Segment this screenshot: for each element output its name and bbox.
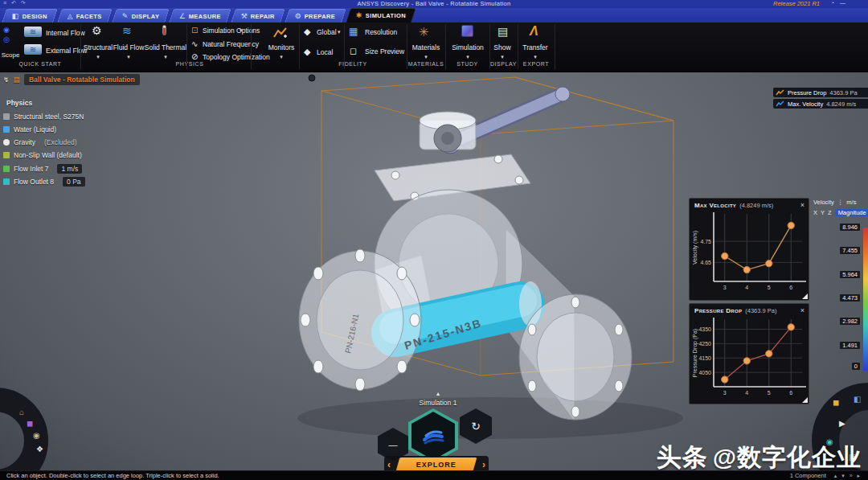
- resolution-button[interactable]: Resolution: [365, 28, 397, 36]
- tree-root[interactable]: Ball Valve - Rotatable Simulation: [24, 74, 140, 85]
- color-scale-bar: [863, 228, 868, 371]
- natural-frequency-icon: ∿: [191, 39, 198, 48]
- legend-unit[interactable]: m/s: [846, 199, 856, 206]
- outlet-value[interactable]: 0 Pa: [63, 177, 85, 187]
- tree-item-water[interactable]: Water (Liquid): [3, 125, 56, 133]
- resize-handle[interactable]: [802, 397, 808, 403]
- selection-filter-icons[interactable]: ▴ ▾ » ▸: [834, 473, 862, 479]
- fluid-flow-icon: ≋: [122, 25, 132, 36]
- group-label-physics: Physics: [80, 61, 299, 67]
- monitors-button[interactable]: Monitors: [264, 43, 299, 51]
- inlet-value[interactable]: 1 m/s: [57, 164, 82, 174]
- measure-icon: ∠: [179, 13, 186, 20]
- release-label: Release 2021 R1: [773, 0, 820, 7]
- wall-icon: [3, 152, 10, 158]
- collapse-arrow-icon[interactable]: ▴: [426, 390, 450, 397]
- global-icon: ◆: [304, 27, 310, 37]
- solid-thermal-dropdown-icon[interactable]: ▾: [162, 54, 169, 60]
- legend-tab-magnitude[interactable]: Magnitude: [835, 209, 868, 216]
- svg-text:Velocity (m/s): Velocity (m/s): [692, 231, 698, 265]
- tab-prepare[interactable]: ⚙Prepare: [285, 9, 346, 23]
- left-flange: [299, 249, 421, 391]
- materials-button[interactable]: Materials: [407, 43, 445, 51]
- account-icon[interactable]: ◔: [831, 0, 834, 6]
- simulation-study-icon: [461, 25, 473, 37]
- ribbon-separator: [299, 24, 300, 69]
- simulation-options-icon: ⊡: [191, 26, 198, 35]
- explore-button[interactable]: Explore: [396, 457, 477, 471]
- display-icon: ✎: [121, 13, 128, 20]
- show-button[interactable]: Show: [486, 43, 518, 51]
- legend-value: 7.455: [840, 247, 860, 254]
- close-icon[interactable]: ×: [800, 306, 805, 314]
- tab-repair[interactable]: ⚒Repair: [231, 9, 285, 23]
- bolt-icon: ↯: [3, 76, 9, 84]
- topology-optimization-icon: ⊘: [191, 52, 198, 61]
- group-label-display: Display: [489, 61, 518, 67]
- model-cube-icon[interactable]: ◧: [854, 396, 861, 404]
- tab-display[interactable]: ✎Display: [112, 9, 170, 23]
- fluid-flow-button[interactable]: Fluid Flow: [109, 43, 148, 51]
- simulation-options-dropdown-icon[interactable]: ▾: [240, 27, 243, 34]
- legend-tab-z[interactable]: Z: [828, 209, 832, 216]
- status-hint: Click an object. Double-click to select …: [6, 472, 219, 479]
- tab-design[interactable]: ◧Design: [2, 9, 57, 23]
- tab-measure[interactable]: ∠Measure: [169, 9, 231, 23]
- size-preview-button[interactable]: Size Preview: [365, 47, 404, 55]
- assembly-cube-icon[interactable]: ◼: [833, 399, 839, 407]
- internal-flow-button[interactable]: Internal Flow: [46, 29, 85, 37]
- transfer-button[interactable]: Transfer: [516, 43, 555, 51]
- home-icon[interactable]: ⌂: [19, 408, 24, 416]
- resize-handle[interactable]: [802, 293, 808, 299]
- close-icon[interactable]: ×: [800, 201, 805, 209]
- rotation-handle-dot[interactable]: [309, 75, 315, 81]
- tab-simulation[interactable]: ✱Simulation: [346, 8, 416, 23]
- legend-tab-y[interactable]: Y: [821, 209, 825, 216]
- fluid-flow-dropdown-icon[interactable]: ▾: [125, 54, 132, 60]
- transfer-dropdown-icon[interactable]: ▾: [532, 54, 538, 60]
- materials-dropdown-icon[interactable]: ▾: [423, 54, 429, 60]
- tree-item-flow-inlet[interactable]: Flow Inlet 7 1 m/s: [3, 164, 82, 174]
- gravity-icon: [3, 139, 10, 146]
- prev-mode-icon[interactable]: ‹: [387, 460, 391, 470]
- tree-item-gravity[interactable]: Gravity (Excluded): [3, 138, 77, 146]
- monitors-dropdown-icon[interactable]: ▾: [278, 54, 285, 60]
- monitor-badge-pressure-drop[interactable]: Pressure Drop 4363.9 Pa: [773, 88, 868, 97]
- legend-tab-x[interactable]: X: [813, 209, 817, 216]
- legend-value: 0: [852, 363, 860, 370]
- watermark: 头条@数字化企业: [657, 441, 862, 474]
- legend-value: 2.982: [840, 318, 860, 325]
- chart-badge-icon: [776, 89, 784, 96]
- scope-label: Scope: [0, 51, 21, 59]
- simulation-study-button[interactable]: Simulation: [448, 43, 488, 51]
- max-velocity-chart-panel: Max Velocity (4.8249 m/s) × 34564.654.75…: [689, 198, 809, 301]
- resolution-icon: ▦: [349, 26, 358, 37]
- monitor-badge-max-velocity[interactable]: Max. Velocity 4.8249 m/s: [773, 99, 868, 109]
- legend-value: 4.473: [840, 294, 860, 302]
- outlet-icon: [3, 178, 10, 185]
- tree-item-material[interactable]: Structural steel, S275N: [3, 113, 84, 121]
- svg-text:5: 5: [768, 285, 771, 290]
- next-mode-icon[interactable]: ›: [482, 460, 485, 470]
- ribbon-separator: [80, 24, 81, 69]
- tree-section-physics[interactable]: Physics: [6, 99, 32, 107]
- simulation-node-label[interactable]: Simulation 1: [402, 399, 474, 407]
- cube-icon[interactable]: ◼: [27, 420, 33, 428]
- tab-facets[interactable]: ◬Facets: [57, 9, 112, 23]
- 3d-viewport[interactable]: PN-215-N3B PN-216-N1 ↯ ▤ Ball Valve - Ro…: [0, 72, 868, 470]
- scope-icon-2[interactable]: ◎: [3, 35, 10, 43]
- kebab-icon[interactable]: ⋮: [837, 199, 844, 206]
- tree-item-flow-outlet[interactable]: Flow Outlet 8 0 Pa: [3, 177, 85, 187]
- solid-thermal-button[interactable]: Solid Thermal: [143, 43, 188, 51]
- flow-layers-icon: [421, 427, 445, 445]
- scope-icon-1[interactable]: ◉: [3, 26, 10, 34]
- solid-thermal-icon: [162, 25, 166, 35]
- expand-icon[interactable]: ❖: [36, 445, 43, 453]
- film-icon[interactable]: ◉: [33, 432, 40, 440]
- group-label-materials: Materials: [407, 61, 445, 67]
- tree-item-wall[interactable]: Non-Slip Wall (default): [3, 151, 82, 159]
- play-icon[interactable]: ▶: [839, 420, 845, 428]
- show-dropdown-icon[interactable]: ▾: [499, 54, 506, 60]
- minimize-icon[interactable]: —: [840, 0, 845, 6]
- simulation-study-dropdown-icon[interactable]: ▾: [465, 54, 471, 60]
